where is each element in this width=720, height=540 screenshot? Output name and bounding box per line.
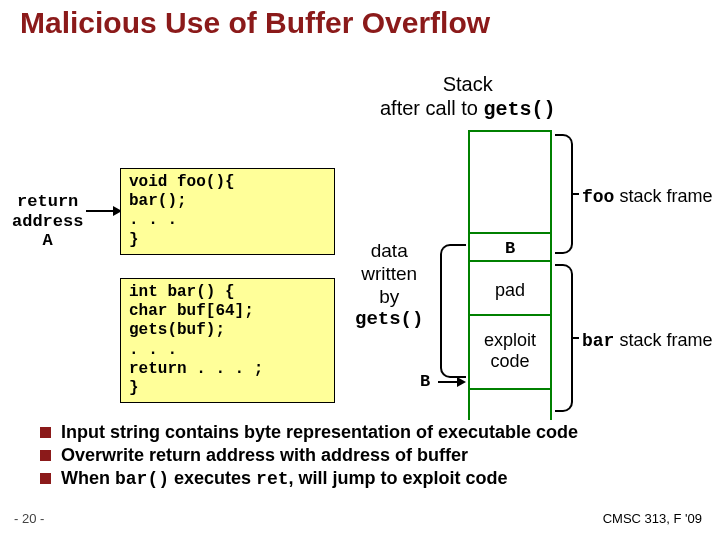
stack-cell-b: B xyxy=(468,232,552,262)
brace-bar-icon xyxy=(555,264,573,412)
dw-code: gets() xyxy=(355,308,423,331)
left-bracket-icon xyxy=(440,244,466,378)
bullet-3-text: When bar() executes ret, will jump to ex… xyxy=(61,468,508,489)
data-written-label: data written by gets() xyxy=(355,240,423,331)
stack-cell-exploit: exploit code xyxy=(468,318,552,390)
code-foo-box: void foo(){ bar(); . . . } xyxy=(120,168,335,255)
b3-code2: ret xyxy=(256,469,288,489)
code-foo-l1: void foo(){ xyxy=(129,173,326,192)
return-address-label: return address A xyxy=(12,192,83,251)
page-title: Malicious Use of Buffer Overflow xyxy=(0,0,720,40)
bullet-1: Input string contains byte representatio… xyxy=(40,422,578,443)
code-foo-l4: } xyxy=(129,231,326,250)
code-bar-l2: char buf[64]; xyxy=(129,302,326,321)
bullet-3: When bar() executes ret, will jump to ex… xyxy=(40,468,578,489)
brace-foo-icon xyxy=(555,134,573,254)
bullet-2: Overwrite return address with address of… xyxy=(40,445,578,466)
stack-caption-l2: after call to gets() xyxy=(380,96,555,122)
bullet-square-icon xyxy=(40,427,51,438)
dw-l3: by xyxy=(355,286,423,309)
dw-l1: data xyxy=(355,240,423,263)
code-bar-l1: int bar() { xyxy=(129,283,326,302)
code-bar-box: int bar() { char buf[64]; gets(buf); . .… xyxy=(120,278,335,403)
code-bar-l5: return . . . ; xyxy=(129,360,326,379)
b3-tail: , will jump to exploit code xyxy=(288,468,507,488)
stack-caption: Stack after call to gets() xyxy=(380,72,555,122)
exploit-l1: exploit xyxy=(468,330,552,351)
bar-frame-code: bar xyxy=(582,331,614,351)
stack-caption-l1: Stack xyxy=(380,72,555,96)
bar-frame-tail: stack frame xyxy=(614,330,712,350)
foo-frame-tail: stack frame xyxy=(614,186,712,206)
foo-frame-code: foo xyxy=(582,187,614,207)
bar-stack-frame-label: bar stack frame xyxy=(582,330,712,351)
page-number: - 20 - xyxy=(14,511,44,526)
dw-l2: written xyxy=(355,263,423,286)
b-source-label: B xyxy=(420,372,430,391)
bullet-2-text: Overwrite return address with address of… xyxy=(61,445,468,466)
bullet-1-text: Input string contains byte representatio… xyxy=(61,422,578,443)
b3-code1: bar() xyxy=(115,469,169,489)
return-l1: return xyxy=(12,192,83,212)
b3-pre: When xyxy=(61,468,115,488)
exploit-l2: code xyxy=(468,351,552,372)
foo-stack-frame-label: foo stack frame xyxy=(582,186,712,207)
stack-caption-l2-code: gets() xyxy=(483,98,555,121)
bullet-square-icon xyxy=(40,473,51,484)
b3-mid: executes xyxy=(169,468,256,488)
b-arrow-icon xyxy=(438,381,464,383)
stack-cell-pad: pad xyxy=(468,264,552,316)
return-l3: A xyxy=(12,231,83,251)
bullet-square-icon xyxy=(40,450,51,461)
return-l2: address xyxy=(12,212,83,232)
code-bar-l3: gets(buf); xyxy=(129,321,326,340)
code-foo-l2: bar(); xyxy=(129,192,326,211)
return-arrow-icon xyxy=(86,210,120,212)
bullet-list: Input string contains byte representatio… xyxy=(40,420,578,491)
code-bar-l4: . . . xyxy=(129,341,326,360)
code-bar-l6: } xyxy=(129,379,326,398)
stack-caption-l2-pre: after call to xyxy=(380,97,483,119)
code-foo-l3: . . . xyxy=(129,211,326,230)
course-label: CMSC 313, F '09 xyxy=(603,511,702,526)
